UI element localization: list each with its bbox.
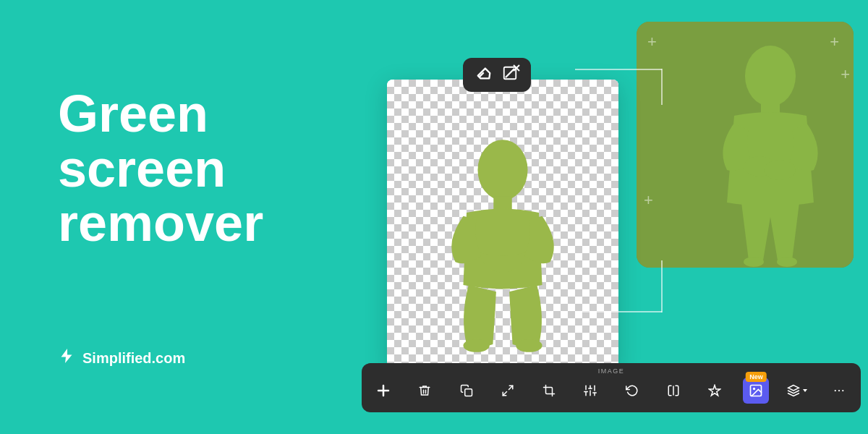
- toolbar-pill[interactable]: [463, 58, 531, 92]
- svg-point-0: [745, 46, 796, 106]
- enhance-button[interactable]: [702, 378, 728, 404]
- svg-marker-32: [788, 386, 799, 391]
- editor-panel: [387, 80, 618, 369]
- svg-line-18: [509, 386, 512, 389]
- more-button[interactable]: [826, 378, 852, 404]
- resize-button[interactable]: [495, 378, 521, 404]
- svg-point-5: [777, 257, 797, 267]
- svg-point-3: [764, 160, 796, 180]
- headline-line1: Green: [58, 87, 304, 142]
- headline-line2: screen: [58, 142, 304, 197]
- headline: Green screen remover: [58, 87, 304, 251]
- bg-remover-button[interactable]: New: [743, 378, 769, 404]
- add-button[interactable]: [370, 378, 396, 404]
- human-figure-green-bg: [694, 36, 839, 268]
- toolbar-image-label: IMAGE: [370, 363, 852, 375]
- remove-bg-icon[interactable]: [502, 65, 518, 85]
- connector-line-v2: [661, 260, 663, 312]
- svg-point-36: [842, 390, 843, 391]
- flip-button[interactable]: [660, 378, 686, 404]
- logo-icon: [58, 347, 75, 369]
- plus-deco-3: +: [841, 65, 850, 84]
- main-container: Green screen remover Simplified.com + + …: [0, 0, 868, 434]
- new-badge: New: [746, 372, 767, 382]
- adjust-button[interactable]: [577, 378, 603, 404]
- rotate-button[interactable]: [619, 378, 645, 404]
- svg-marker-33: [803, 389, 807, 392]
- plus-deco-4: +: [644, 191, 653, 210]
- human-cutout-svg: [430, 116, 575, 369]
- crop-button[interactable]: [536, 378, 562, 404]
- right-section: + + + +: [347, 0, 868, 434]
- svg-point-13: [463, 339, 489, 352]
- duplicate-button[interactable]: [454, 378, 480, 404]
- headline-line3: remover: [58, 196, 304, 251]
- connector-line-v1: [661, 69, 663, 105]
- svg-point-31: [753, 388, 755, 390]
- svg-point-11: [477, 140, 527, 200]
- layers-button[interactable]: [785, 378, 811, 404]
- svg-point-34: [835, 390, 836, 391]
- connector-line-h2: [575, 311, 662, 312]
- layers-chevron-icon: [801, 387, 809, 394]
- toolbar-icons-row: New: [370, 378, 852, 404]
- logo-area: Simplified.com: [58, 347, 304, 369]
- connector-line-h1: [575, 69, 662, 70]
- eraser-icon[interactable]: [476, 65, 492, 85]
- svg-rect-12: [493, 196, 511, 210]
- delete-button[interactable]: [412, 378, 438, 404]
- bg-remover-icon: [749, 383, 763, 398]
- figure-cutout: [430, 130, 575, 369]
- svg-point-35: [838, 390, 840, 391]
- bottom-toolbar: IMAGE: [362, 363, 861, 412]
- checkerboard-bg: [387, 80, 618, 369]
- svg-line-19: [503, 392, 506, 396]
- green-card: + + + +: [637, 22, 854, 268]
- svg-point-14: [516, 339, 542, 352]
- svg-rect-17: [464, 389, 472, 396]
- green-card-content: + + + +: [637, 22, 854, 268]
- left-section: Green screen remover Simplified.com: [0, 0, 347, 434]
- logo-text: Simplified.com: [82, 350, 185, 367]
- svg-point-4: [744, 257, 764, 267]
- plus-deco-1: +: [647, 33, 657, 51]
